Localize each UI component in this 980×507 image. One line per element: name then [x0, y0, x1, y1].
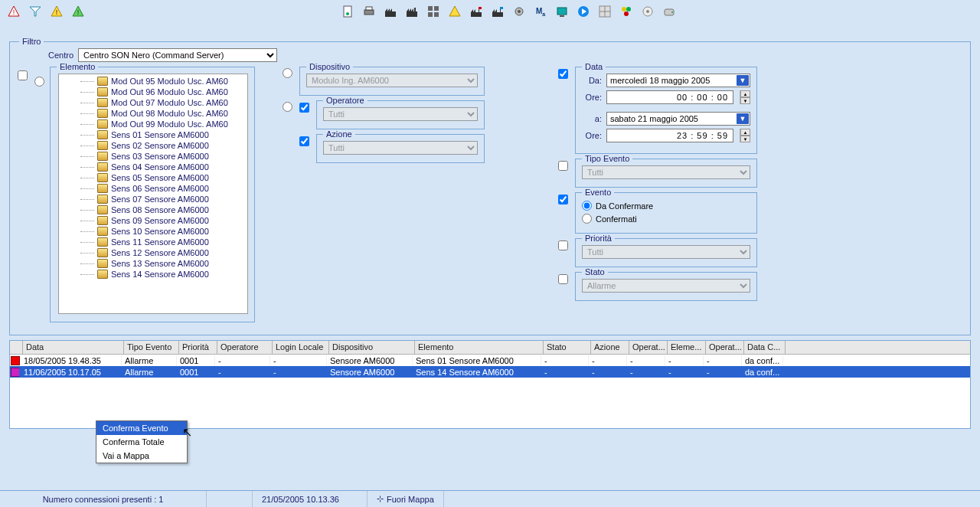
tree-item[interactable]: Mod Out 95 Modulo Usc. AM60	[59, 76, 247, 87]
alert-yellow-icon[interactable]: !	[47, 2, 66, 21]
tree-item[interactable]: Mod Out 99 Modulo Usc. AM60	[59, 119, 247, 129]
confermati-radio[interactable]	[582, 214, 592, 224]
tipoevento-combo[interactable]: Tutti	[582, 165, 750, 179]
tree-item[interactable]: Sens 13 Sensore AM6000	[59, 258, 247, 269]
priorita-checkbox[interactable]	[558, 240, 568, 250]
ma-icon[interactable]: Ma	[531, 2, 550, 21]
tree-item[interactable]: Sens 09 Sensore AM6000	[59, 215, 247, 226]
azione-checkbox[interactable]	[299, 136, 309, 146]
ore-a-field[interactable]: 23 : 59 : 59	[606, 129, 733, 142]
column-header[interactable]: Azione	[591, 341, 629, 354]
stato-combo[interactable]: Allarme	[582, 279, 750, 293]
table-row[interactable]: 18/05/2005 19.48.35Allarme0001--Sensore …	[10, 355, 970, 366]
tree-item[interactable]: Sens 05 Sensore AM6000	[59, 172, 247, 183]
dispositivo-radio[interactable]	[283, 68, 292, 78]
svg-marker-22	[471, 9, 475, 12]
tree-item[interactable]: Sens 06 Sensore AM6000	[59, 183, 247, 194]
centro-combo[interactable]: Centro SON Nero (Command Server)	[78, 48, 277, 62]
drive-icon[interactable]	[660, 2, 678, 21]
factory-a-icon[interactable]	[381, 2, 400, 21]
folder-icon	[97, 227, 108, 236]
column-header[interactable]: Data C...	[744, 341, 786, 354]
svg-marker-2	[30, 7, 41, 16]
tree-item[interactable]: Sens 04 Sensore AM6000	[59, 162, 247, 172]
grid16-icon[interactable]	[596, 2, 614, 21]
tree-item[interactable]: Sens 01 Sensore AM6000	[59, 129, 247, 140]
column-header[interactable]: Login Locale	[273, 341, 329, 354]
column-header[interactable]: Data	[23, 341, 124, 354]
status-map: ⊹Fuori Mappa	[368, 491, 444, 507]
dispositivo-combo[interactable]: Modulo Ing. AM6000	[306, 74, 478, 87]
factory-flag2-icon[interactable]	[488, 2, 507, 21]
data-checkbox[interactable]	[558, 69, 568, 79]
priorita-legend: Priorità	[582, 234, 615, 243]
column-header[interactable]: Elemento	[415, 341, 544, 354]
ore-da-spinner[interactable]: ▲▼	[740, 90, 750, 104]
da-date-field[interactable]: mercoledì 18 maggio 2005 ▼	[606, 74, 750, 87]
daconfermare-radio[interactable]	[582, 201, 592, 211]
priorita-combo[interactable]: Tutti	[582, 245, 750, 259]
chevron-down-icon[interactable]: ▼	[737, 113, 749, 124]
svg-text:!: !	[13, 8, 15, 16]
context-menu-item[interactable]: Conferma Totale	[96, 435, 187, 449]
alert-icon[interactable]: !	[5, 2, 23, 21]
column-header[interactable]: Priorità	[179, 341, 217, 354]
svg-rect-17	[434, 6, 439, 11]
tree-item[interactable]: Mod Out 96 Modulo Usc. AM60	[59, 87, 247, 97]
monitor-icon[interactable]	[553, 2, 571, 21]
grid4-icon[interactable]	[424, 2, 443, 21]
tree-item[interactable]: Sens 12 Sensore AM6000	[59, 247, 247, 258]
factory-b-icon[interactable]	[403, 2, 421, 21]
tree-item[interactable]: Mod Out 97 Modulo Usc. AM60	[59, 97, 247, 108]
evento-checkbox[interactable]	[558, 195, 568, 204]
factory-flag-icon[interactable]	[467, 2, 485, 21]
elemento-enable-checkbox[interactable]	[18, 70, 28, 80]
tipoevento-checkbox[interactable]	[558, 161, 568, 171]
elemento-tree[interactable]: Mod Out 95 Modulo Usc. AM60Mod Out 96 Mo…	[58, 74, 248, 314]
folder-icon	[97, 109, 108, 118]
page-icon[interactable]	[338, 2, 357, 21]
table-row[interactable]: 11/06/2005 10.17.05Allarme0001--Sensore …	[10, 366, 970, 378]
operatore-combo[interactable]: Tutti	[323, 107, 478, 121]
a-date-field[interactable]: sabato 21 maggio 2005 ▼	[606, 112, 750, 126]
gear-icon[interactable]	[510, 2, 528, 21]
context-menu-item[interactable]: Conferma Evento	[96, 421, 187, 435]
alert-mid-icon[interactable]	[446, 2, 464, 21]
tree-item[interactable]: Sens 08 Sensore AM6000	[59, 204, 247, 215]
elemento-radio[interactable]	[34, 77, 44, 87]
chevron-down-icon[interactable]: ▼	[737, 75, 749, 86]
column-header[interactable]: Stato	[544, 341, 591, 354]
filter-icon[interactable]	[26, 2, 44, 21]
tree-item[interactable]: Sens 10 Sensore AM6000	[59, 226, 247, 237]
svg-rect-13	[407, 11, 417, 17]
status-connections: Numero connessioni presenti : 1	[0, 491, 207, 507]
tree-item[interactable]: Sens 02 Sensore AM6000	[59, 140, 247, 151]
main-toolbar: ! ! ! Ma	[0, 0, 980, 23]
svg-rect-21	[471, 12, 482, 17]
column-header[interactable]: Tipo Evento	[124, 341, 179, 354]
tree-item[interactable]: Sens 03 Sensore AM6000	[59, 151, 247, 162]
tree-item[interactable]: Sens 07 Sensore AM6000	[59, 194, 247, 204]
column-header[interactable]: Operatore	[217, 341, 273, 354]
tree-item[interactable]: Mod Out 98 Modulo Usc. AM60	[59, 108, 247, 119]
alert-green-icon[interactable]: !	[69, 2, 87, 21]
column-header[interactable]: Eleme...	[668, 341, 706, 354]
operatore-checkbox[interactable]	[299, 103, 309, 113]
ore-da-field[interactable]: 00 : 00 : 00	[606, 90, 733, 104]
svg-rect-19	[434, 12, 439, 17]
stato-checkbox[interactable]	[558, 274, 568, 284]
column-header[interactable]: Dispositivo	[329, 341, 415, 354]
disc-icon[interactable]	[639, 2, 657, 21]
tree-item[interactable]: Sens 14 Sensore AM6000	[59, 269, 247, 280]
column-header[interactable]: Operat...	[706, 341, 744, 354]
tree-item[interactable]: Sens 11 Sensore AM6000	[59, 237, 247, 247]
context-menu-item[interactable]: Vai a Mappa	[96, 449, 187, 463]
column-header[interactable]: Operat...	[629, 341, 668, 354]
print-icon[interactable]	[360, 2, 378, 21]
svg-rect-10	[366, 7, 372, 10]
ore-a-spinner[interactable]: ▲▼	[740, 129, 750, 142]
operatore-radio[interactable]	[283, 102, 292, 112]
play-icon[interactable]	[574, 2, 593, 21]
azione-combo[interactable]: Tutti	[323, 141, 478, 155]
circles-icon[interactable]	[617, 2, 635, 21]
